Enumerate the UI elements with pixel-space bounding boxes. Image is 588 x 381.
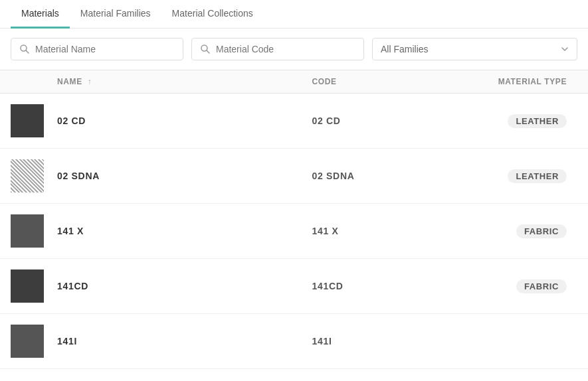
row-name: 141CD: [57, 281, 312, 291]
table-body: 02 CD 02 CD Leather 02 sDNA 02 SDNA Leat…: [0, 94, 588, 369]
material-type-badge: Fabric: [516, 224, 567, 238]
table-row[interactable]: 02 CD 02 CD Leather: [0, 94, 588, 149]
material-thumbnail: [11, 104, 44, 137]
row-thumbnail: [11, 325, 57, 358]
tab-families[interactable]: Material Families: [70, 0, 161, 29]
row-name: 02 CD: [57, 115, 312, 126]
row-thumbnail: [11, 269, 57, 303]
sort-arrow-icon: ↑: [88, 77, 92, 86]
row-thumbnail: [11, 159, 57, 192]
row-material-type: Fabric: [439, 224, 577, 238]
row-code: 141 X: [312, 226, 440, 236]
row-name: 141I: [57, 336, 312, 346]
code-search-input[interactable]: [216, 44, 355, 54]
row-code: 02 SDNA: [312, 171, 440, 181]
row-code: 141CD: [312, 281, 440, 291]
row-material-type: Fabric: [439, 279, 577, 293]
tab-collections[interactable]: Material Collections: [161, 0, 264, 29]
header-material-type[interactable]: MATERIAL TYPE: [439, 77, 577, 86]
table-row[interactable]: 141CD 141CD Fabric: [0, 259, 588, 314]
material-thumbnail: [11, 269, 44, 303]
code-search-box[interactable]: [191, 38, 364, 60]
header-name[interactable]: NAME ↑: [57, 77, 312, 86]
search-icon: [19, 44, 30, 54]
filter-row: All Families: [0, 29, 588, 70]
row-code: 141I: [312, 336, 440, 346]
material-thumbnail: [11, 159, 44, 192]
row-material-type: Leather: [439, 169, 577, 183]
table-row[interactable]: 141 X 141 X Fabric: [0, 204, 588, 259]
material-type-badge: Fabric: [516, 279, 567, 293]
row-name: 141 X: [57, 226, 312, 236]
table-header: NAME ↑ CODE MATERIAL TYPE: [0, 70, 588, 94]
svg-line-1: [26, 50, 29, 53]
name-search-box[interactable]: [11, 38, 183, 60]
header-code[interactable]: CODE: [312, 77, 440, 86]
tab-materials[interactable]: Materials: [11, 0, 70, 29]
families-dropdown[interactable]: All Families: [372, 38, 577, 60]
row-thumbnail: [11, 214, 57, 248]
svg-line-3: [207, 50, 209, 53]
table-row[interactable]: 02 sDNA 02 SDNA Leather: [0, 149, 588, 204]
material-type-badge: Leather: [508, 114, 567, 128]
row-name: 02 sDNA: [57, 171, 312, 181]
row-material-type: Leather: [439, 114, 577, 128]
material-thumbnail: [11, 214, 44, 248]
material-thumbnail: [11, 325, 44, 358]
search-icon: [200, 44, 211, 54]
row-thumbnail: [11, 104, 57, 137]
material-type-badge: Leather: [508, 169, 567, 183]
name-search-input[interactable]: [35, 44, 175, 54]
table-row[interactable]: 141I 141I: [0, 314, 588, 369]
families-dropdown-label: All Families: [381, 44, 429, 54]
chevron-down-icon: [561, 45, 569, 53]
tab-bar: Materials Material Families Material Col…: [0, 0, 588, 29]
row-code: 02 CD: [312, 115, 440, 126]
